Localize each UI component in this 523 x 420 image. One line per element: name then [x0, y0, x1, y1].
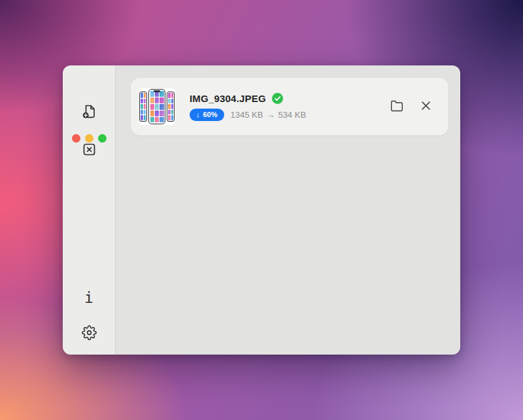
- file-sizes: 1345 KB → 534 KB: [231, 110, 307, 120]
- info-button[interactable]: i: [76, 285, 102, 311]
- phone-mockup-center: [148, 89, 165, 124]
- x-square-icon: [81, 141, 97, 158]
- phone-mockup-left: [139, 92, 147, 122]
- gear-icon: [82, 325, 97, 340]
- sidebar: i: [63, 65, 116, 355]
- app-window: i: [63, 65, 460, 355]
- size-before: 1345 KB: [231, 110, 263, 120]
- file-thumbnail[interactable]: [139, 88, 175, 125]
- dismiss-file-button[interactable]: [416, 97, 435, 116]
- clear-all-button[interactable]: [76, 136, 102, 162]
- arrow-down-icon: ↓: [196, 111, 200, 118]
- file-plus-icon: [80, 103, 98, 120]
- settings-button[interactable]: [76, 319, 102, 345]
- savings-percent: 60%: [203, 111, 218, 118]
- card-actions: [387, 97, 435, 116]
- folder-icon: [390, 99, 403, 114]
- main-area: IMG_9304.JPEG ↓ 60% 1345 KB → 534 KB: [116, 65, 460, 355]
- desktop-wallpaper: { "background": { "corner_colors": { "to…: [0, 0, 523, 420]
- check-circle-icon: [272, 93, 283, 104]
- phone-mockup-right: [167, 92, 175, 122]
- close-icon: [421, 101, 431, 113]
- file-name: IMG_9304.JPEG: [190, 93, 266, 104]
- compressed-file-card: IMG_9304.JPEG ↓ 60% 1345 KB → 534 KB: [131, 78, 448, 135]
- arrow-right-icon: →: [266, 110, 275, 120]
- savings-badge: ↓ 60%: [190, 109, 224, 121]
- size-after: 534 KB: [278, 110, 306, 120]
- file-meta: IMG_9304.JPEG ↓ 60% 1345 KB → 534 KB: [190, 93, 306, 121]
- add-file-button[interactable]: [76, 98, 102, 124]
- show-in-finder-button[interactable]: [387, 97, 407, 116]
- info-icon: i: [84, 290, 93, 306]
